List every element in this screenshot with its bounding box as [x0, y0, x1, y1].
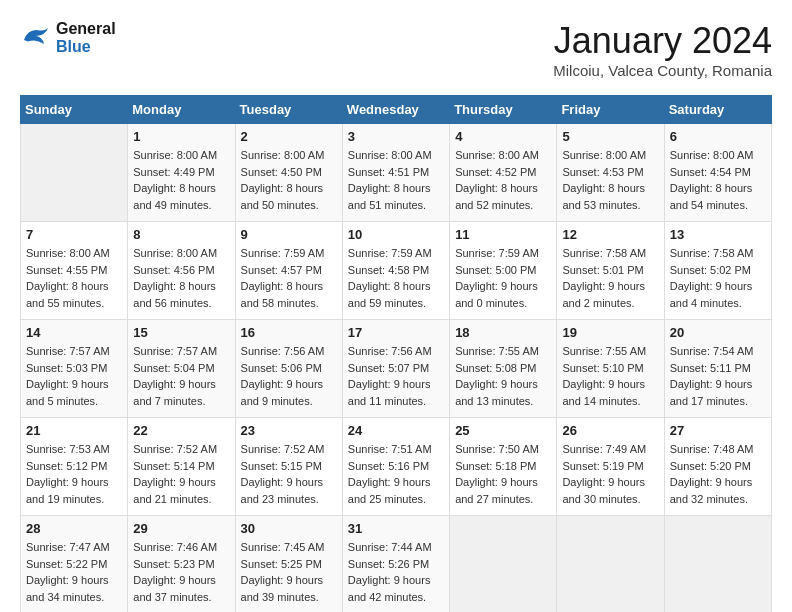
day-info: Sunrise: 8:00 AMSunset: 4:53 PMDaylight:… — [562, 147, 658, 213]
week-row-4: 21Sunrise: 7:53 AMSunset: 5:12 PMDayligh… — [21, 418, 772, 516]
day-info: Sunrise: 7:58 AMSunset: 5:02 PMDaylight:… — [670, 245, 766, 311]
day-info: Sunrise: 7:58 AMSunset: 5:01 PMDaylight:… — [562, 245, 658, 311]
calendar-cell: 5Sunrise: 8:00 AMSunset: 4:53 PMDaylight… — [557, 124, 664, 222]
day-info: Sunrise: 7:45 AMSunset: 5:25 PMDaylight:… — [241, 539, 337, 605]
day-info: Sunrise: 8:00 AMSunset: 4:52 PMDaylight:… — [455, 147, 551, 213]
calendar-cell: 2Sunrise: 8:00 AMSunset: 4:50 PMDaylight… — [235, 124, 342, 222]
day-number: 19 — [562, 325, 658, 340]
header-wednesday: Wednesday — [342, 96, 449, 124]
day-info: Sunrise: 8:00 AMSunset: 4:55 PMDaylight:… — [26, 245, 122, 311]
header-tuesday: Tuesday — [235, 96, 342, 124]
calendar-cell: 3Sunrise: 8:00 AMSunset: 4:51 PMDaylight… — [342, 124, 449, 222]
day-number: 21 — [26, 423, 122, 438]
calendar-header-row: SundayMondayTuesdayWednesdayThursdayFrid… — [21, 96, 772, 124]
week-row-2: 7Sunrise: 8:00 AMSunset: 4:55 PMDaylight… — [21, 222, 772, 320]
day-number: 12 — [562, 227, 658, 242]
calendar-cell: 21Sunrise: 7:53 AMSunset: 5:12 PMDayligh… — [21, 418, 128, 516]
day-info: Sunrise: 7:57 AMSunset: 5:03 PMDaylight:… — [26, 343, 122, 409]
calendar-cell: 15Sunrise: 7:57 AMSunset: 5:04 PMDayligh… — [128, 320, 235, 418]
day-number: 13 — [670, 227, 766, 242]
day-info: Sunrise: 7:49 AMSunset: 5:19 PMDaylight:… — [562, 441, 658, 507]
day-info: Sunrise: 7:56 AMSunset: 5:07 PMDaylight:… — [348, 343, 444, 409]
day-info: Sunrise: 7:46 AMSunset: 5:23 PMDaylight:… — [133, 539, 229, 605]
day-info: Sunrise: 7:47 AMSunset: 5:22 PMDaylight:… — [26, 539, 122, 605]
day-number: 22 — [133, 423, 229, 438]
calendar-cell: 6Sunrise: 8:00 AMSunset: 4:54 PMDaylight… — [664, 124, 771, 222]
calendar-cell: 23Sunrise: 7:52 AMSunset: 5:15 PMDayligh… — [235, 418, 342, 516]
calendar-cell: 30Sunrise: 7:45 AMSunset: 5:25 PMDayligh… — [235, 516, 342, 613]
day-number: 3 — [348, 129, 444, 144]
calendar-cell: 18Sunrise: 7:55 AMSunset: 5:08 PMDayligh… — [450, 320, 557, 418]
header-saturday: Saturday — [664, 96, 771, 124]
day-info: Sunrise: 7:52 AMSunset: 5:15 PMDaylight:… — [241, 441, 337, 507]
header-monday: Monday — [128, 96, 235, 124]
day-number: 10 — [348, 227, 444, 242]
calendar-cell: 31Sunrise: 7:44 AMSunset: 5:26 PMDayligh… — [342, 516, 449, 613]
day-number: 14 — [26, 325, 122, 340]
calendar-cell — [664, 516, 771, 613]
day-number: 28 — [26, 521, 122, 536]
logo-icon — [20, 24, 52, 52]
title-block: January 2024 Milcoiu, Valcea County, Rom… — [553, 20, 772, 79]
calendar-cell — [450, 516, 557, 613]
day-number: 2 — [241, 129, 337, 144]
day-info: Sunrise: 7:57 AMSunset: 5:04 PMDaylight:… — [133, 343, 229, 409]
logo: General Blue — [20, 20, 116, 55]
day-info: Sunrise: 7:51 AMSunset: 5:16 PMDaylight:… — [348, 441, 444, 507]
day-number: 30 — [241, 521, 337, 536]
day-info: Sunrise: 7:53 AMSunset: 5:12 PMDaylight:… — [26, 441, 122, 507]
day-number: 27 — [670, 423, 766, 438]
day-info: Sunrise: 7:55 AMSunset: 5:10 PMDaylight:… — [562, 343, 658, 409]
calendar-cell: 27Sunrise: 7:48 AMSunset: 5:20 PMDayligh… — [664, 418, 771, 516]
calendar-cell — [21, 124, 128, 222]
day-number: 23 — [241, 423, 337, 438]
week-row-5: 28Sunrise: 7:47 AMSunset: 5:22 PMDayligh… — [21, 516, 772, 613]
day-info: Sunrise: 7:54 AMSunset: 5:11 PMDaylight:… — [670, 343, 766, 409]
calendar-cell: 9Sunrise: 7:59 AMSunset: 4:57 PMDaylight… — [235, 222, 342, 320]
day-info: Sunrise: 8:00 AMSunset: 4:54 PMDaylight:… — [670, 147, 766, 213]
day-number: 15 — [133, 325, 229, 340]
calendar-cell: 4Sunrise: 8:00 AMSunset: 4:52 PMDaylight… — [450, 124, 557, 222]
day-number: 4 — [455, 129, 551, 144]
day-number: 1 — [133, 129, 229, 144]
header-sunday: Sunday — [21, 96, 128, 124]
day-number: 17 — [348, 325, 444, 340]
day-info: Sunrise: 7:44 AMSunset: 5:26 PMDaylight:… — [348, 539, 444, 605]
day-number: 31 — [348, 521, 444, 536]
calendar-cell: 14Sunrise: 7:57 AMSunset: 5:03 PMDayligh… — [21, 320, 128, 418]
calendar-cell: 16Sunrise: 7:56 AMSunset: 5:06 PMDayligh… — [235, 320, 342, 418]
day-info: Sunrise: 7:59 AMSunset: 4:58 PMDaylight:… — [348, 245, 444, 311]
day-info: Sunrise: 8:00 AMSunset: 4:56 PMDaylight:… — [133, 245, 229, 311]
day-number: 24 — [348, 423, 444, 438]
calendar-cell: 24Sunrise: 7:51 AMSunset: 5:16 PMDayligh… — [342, 418, 449, 516]
logo-text: General Blue — [56, 20, 116, 55]
calendar-cell: 13Sunrise: 7:58 AMSunset: 5:02 PMDayligh… — [664, 222, 771, 320]
calendar-cell: 17Sunrise: 7:56 AMSunset: 5:07 PMDayligh… — [342, 320, 449, 418]
calendar-cell: 29Sunrise: 7:46 AMSunset: 5:23 PMDayligh… — [128, 516, 235, 613]
day-info: Sunrise: 7:50 AMSunset: 5:18 PMDaylight:… — [455, 441, 551, 507]
day-info: Sunrise: 7:59 AMSunset: 5:00 PMDaylight:… — [455, 245, 551, 311]
day-number: 5 — [562, 129, 658, 144]
page-header: General Blue January 2024 Milcoiu, Valce… — [20, 20, 772, 79]
day-info: Sunrise: 7:55 AMSunset: 5:08 PMDaylight:… — [455, 343, 551, 409]
day-info: Sunrise: 8:00 AMSunset: 4:50 PMDaylight:… — [241, 147, 337, 213]
day-number: 29 — [133, 521, 229, 536]
calendar-cell: 28Sunrise: 7:47 AMSunset: 5:22 PMDayligh… — [21, 516, 128, 613]
day-info: Sunrise: 7:56 AMSunset: 5:06 PMDaylight:… — [241, 343, 337, 409]
day-number: 11 — [455, 227, 551, 242]
calendar-cell: 19Sunrise: 7:55 AMSunset: 5:10 PMDayligh… — [557, 320, 664, 418]
calendar-cell: 11Sunrise: 7:59 AMSunset: 5:00 PMDayligh… — [450, 222, 557, 320]
month-title: January 2024 — [553, 20, 772, 62]
header-friday: Friday — [557, 96, 664, 124]
day-number: 6 — [670, 129, 766, 144]
calendar-cell: 7Sunrise: 8:00 AMSunset: 4:55 PMDaylight… — [21, 222, 128, 320]
header-thursday: Thursday — [450, 96, 557, 124]
calendar-cell: 22Sunrise: 7:52 AMSunset: 5:14 PMDayligh… — [128, 418, 235, 516]
day-number: 8 — [133, 227, 229, 242]
week-row-3: 14Sunrise: 7:57 AMSunset: 5:03 PMDayligh… — [21, 320, 772, 418]
calendar-cell — [557, 516, 664, 613]
calendar-cell: 10Sunrise: 7:59 AMSunset: 4:58 PMDayligh… — [342, 222, 449, 320]
day-info: Sunrise: 8:00 AMSunset: 4:49 PMDaylight:… — [133, 147, 229, 213]
day-number: 20 — [670, 325, 766, 340]
calendar-cell: 12Sunrise: 7:58 AMSunset: 5:01 PMDayligh… — [557, 222, 664, 320]
